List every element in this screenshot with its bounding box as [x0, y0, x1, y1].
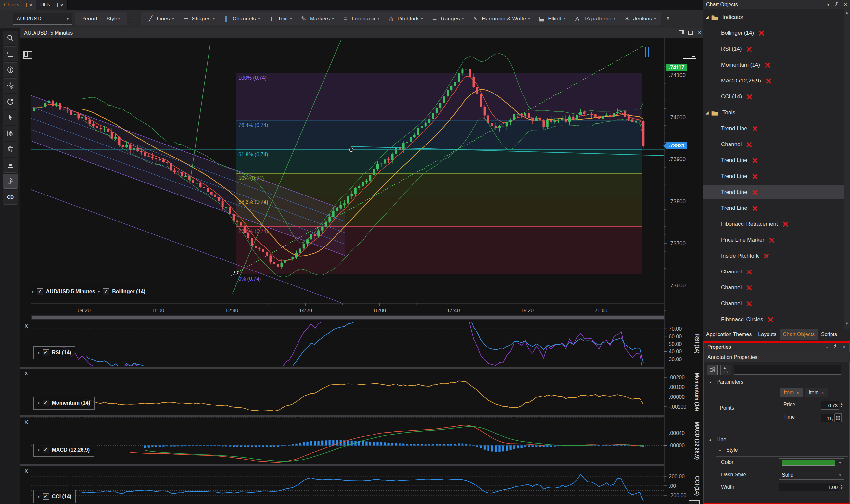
sidebar-tool-pan-vertical[interactable] [3, 62, 18, 77]
tool-lines[interactable]: ╱Lines▾ [143, 14, 177, 24]
momentum-close-button[interactable]: X [24, 371, 28, 377]
toolbar-overflow-button[interactable]: ▾ [667, 17, 669, 21]
chevron-down-icon[interactable]: ▾ [172, 17, 174, 21]
tool-harmonic-wolfe[interactable]: ∿Harmonic & Wolfe▾ [468, 14, 533, 24]
remove-icon[interactable] [746, 269, 752, 275]
chevron-down-icon[interactable]: ▾ [213, 17, 215, 21]
tree-item-fibonacci-retracement[interactable]: Fibonacci Retracement [703, 217, 845, 231]
sidebar-tool-fit-axes[interactable] [3, 47, 18, 61]
tree-item-trend-line[interactable]: Trend Line [703, 122, 845, 136]
color-dropdown[interactable]: ▾ [779, 458, 844, 467]
chevron-down-icon[interactable]: ▾ [826, 345, 828, 349]
tab-utils[interactable]: Utils× [36, 0, 68, 10]
tool-ranges[interactable]: ↔Ranges▾ [428, 14, 467, 24]
remove-icon[interactable] [752, 189, 758, 196]
chevron-down-icon[interactable]: ▾ [38, 494, 40, 499]
panel-toggle-icon[interactable] [683, 49, 697, 59]
tab-charts[interactable]: Charts× [0, 0, 36, 10]
sort-az-icon[interactable]: AZ ↓ [720, 365, 731, 375]
chevron-down-icon[interactable]: ▾ [528, 17, 530, 21]
item-tab-close-icon[interactable]: × [821, 390, 824, 395]
tree-item-macd-12-26-9-[interactable]: MACD (12,26,9) [703, 74, 845, 88]
tree-item-inside-pitchfork[interactable]: Inside Pitchfork [703, 249, 845, 263]
series-visibility-checkbox[interactable]: ✓ [42, 349, 49, 356]
chevron-down-icon[interactable]: ▾ [32, 290, 34, 294]
remove-icon[interactable] [767, 317, 774, 323]
remove-icon[interactable] [746, 94, 753, 100]
remove-icon[interactable] [752, 205, 758, 211]
chevron-down-icon[interactable]: ▾ [38, 448, 40, 452]
restore-window-icon[interactable] [678, 30, 684, 35]
parameters-section-header[interactable]: ▲ Parameters [709, 379, 743, 385]
price-spinner[interactable]: ▲▼ [839, 403, 844, 408]
sidebar-tool-touch-select[interactable]: 1 [3, 174, 18, 189]
remove-icon[interactable] [746, 142, 752, 148]
main-chart-legend[interactable]: ▾✓AUD/USD 5 Minutes▾✓Bollinger (14) [28, 285, 149, 298]
chevron-down-icon[interactable]: ▾ [332, 17, 334, 21]
remove-icon[interactable] [764, 62, 771, 68]
momentum-legend[interactable]: ▾✓Momentum (14) [34, 397, 94, 410]
toolbar-grip[interactable]: ⋮ [2, 15, 10, 22]
period-button[interactable]: Period [77, 14, 101, 24]
point-item-tab[interactable]: Item× [804, 388, 828, 397]
width-input[interactable] [779, 483, 839, 491]
tab-close-icon[interactable]: × [29, 2, 32, 8]
sidebar-tool-layers[interactable] [3, 126, 18, 141]
sidebar-tool-annotation-axis[interactable] [3, 158, 18, 173]
series-visibility-checkbox[interactable]: ✓ [42, 493, 49, 500]
tree-item-cci-14-[interactable]: CCI (14) [703, 90, 845, 104]
series-visibility-checkbox[interactable]: ✓ [42, 447, 49, 453]
tree-group-indicator[interactable]: ◢Indicator [703, 11, 845, 24]
time-input[interactable] [821, 414, 835, 422]
tool-shapes[interactable]: ▱Shapes▾ [179, 14, 218, 24]
expander-icon[interactable]: ◢ [703, 110, 711, 115]
remove-icon[interactable] [752, 174, 758, 180]
tool-elliott[interactable]: ▤Elliott▾ [535, 14, 569, 24]
expand-panel-icon[interactable] [689, 500, 700, 504]
chevron-down-icon[interactable]: ▾ [98, 290, 100, 294]
dock-tab-application-themes[interactable]: Application Themes [703, 329, 755, 340]
sidebar-tool-zoom[interactable] [3, 31, 18, 46]
toolbar-grip[interactable]: ⋮ [130, 15, 138, 22]
point-item-tab[interactable]: Item× [779, 388, 803, 397]
tree-item-trend-line[interactable]: Trend Line [703, 154, 845, 167]
series-visibility-checkbox[interactable]: ✓ [103, 288, 109, 295]
calendar-grid-icon[interactable] [835, 413, 842, 422]
tool-jenkins[interactable]: ✶Jenkins▾ [620, 14, 659, 24]
macd-legend[interactable]: ▾✓MACD (12,26,9) [34, 444, 94, 456]
scroll-down-icon[interactable]: ▼ [845, 322, 849, 325]
close-icon[interactable]: × [844, 2, 847, 7]
collapse-annotations-icon[interactable] [23, 51, 33, 59]
remove-icon[interactable] [765, 78, 772, 84]
chevron-down-icon[interactable]: ▾ [564, 17, 566, 21]
sidebar-tool-trash[interactable] [3, 142, 18, 157]
dock-tab-chart-objects[interactable]: Chart Objects [779, 329, 818, 340]
tree-item-rsi-14-[interactable]: RSI (14) [703, 42, 845, 56]
chart-canvas[interactable]: 100% (0.74)76.4% (0.74)61.8% (0.74)50% (… [20, 38, 703, 504]
styles-button[interactable]: Styles [102, 14, 125, 24]
chevron-down-icon[interactable]: ▾ [462, 17, 464, 21]
properties-search-input[interactable] [734, 365, 841, 375]
chevron-down-icon[interactable]: ▾ [38, 401, 40, 405]
cci-legend[interactable]: ▾✓CCI (14) [34, 490, 76, 503]
chevron-down-icon[interactable]: ▾ [290, 17, 292, 21]
tree-item-bollinger-14-[interactable]: Bollinger (14) [703, 26, 845, 40]
symbol-combobox[interactable]: AUD/USD ▾ [13, 13, 72, 25]
tree-item-trend-line[interactable]: Trend Line [703, 169, 845, 183]
remove-icon[interactable] [752, 158, 758, 164]
tree-item-channel[interactable]: Channel [703, 297, 845, 310]
width-spinner[interactable]: ▲▼ [839, 485, 844, 490]
tool-fibonacci[interactable]: ≡Fibonacci▾ [339, 14, 383, 24]
remove-icon[interactable] [746, 285, 752, 291]
series-visibility-checkbox[interactable]: ✓ [42, 400, 49, 406]
macd-close-button[interactable]: X [24, 419, 28, 426]
chevron-down-icon[interactable]: ▾ [614, 17, 615, 21]
chevron-down-icon[interactable]: ▾ [654, 17, 656, 21]
close-window-icon[interactable]: × [697, 30, 703, 35]
style-section-header[interactable]: ▲ Style [719, 447, 738, 453]
tab-close-icon[interactable]: × [60, 2, 64, 8]
pin-icon[interactable] [833, 344, 838, 350]
tree-item-price-line-marker[interactable]: Price Line Marker [703, 233, 845, 247]
chevron-down-icon[interactable]: ▾ [258, 17, 260, 21]
tree-item-channel[interactable]: Channel [703, 138, 845, 151]
